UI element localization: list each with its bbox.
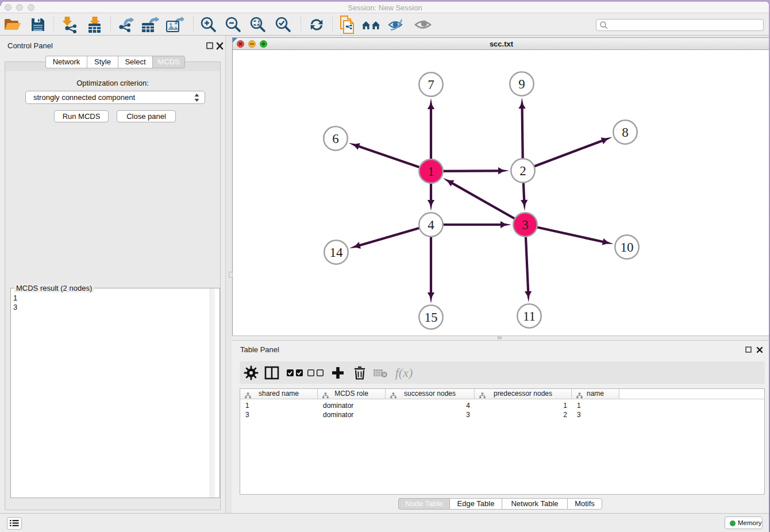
svg-text:1: 1: [428, 164, 434, 179]
svg-text:9: 9: [518, 77, 525, 91]
svg-text:3: 3: [522, 218, 529, 232]
svg-text:11: 11: [523, 309, 536, 323]
svg-text:6: 6: [332, 132, 339, 146]
svg-text:14: 14: [330, 245, 344, 260]
svg-text:4: 4: [428, 218, 434, 232]
svg-text:15: 15: [425, 310, 438, 325]
svg-text:10: 10: [621, 240, 634, 255]
svg-text:7: 7: [428, 78, 434, 92]
svg-text:8: 8: [622, 125, 629, 140]
svg-text:2: 2: [519, 164, 526, 178]
